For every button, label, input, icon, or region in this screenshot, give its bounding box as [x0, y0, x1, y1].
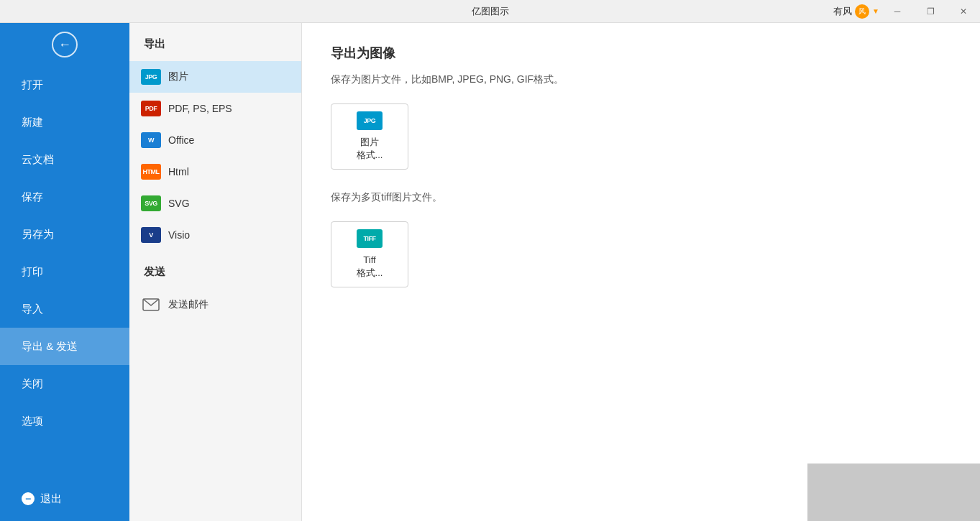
user-avatar: 风: [855, 4, 869, 19]
send-section-header: 发送: [129, 251, 301, 289]
send-item-email[interactable]: 发送邮件: [129, 289, 301, 321]
bottom-gray-area: [807, 464, 980, 521]
export-section-header: 导出: [129, 37, 301, 61]
middle-panel: 导出 JPG 图片 PDF PDF, PS, EPS W Office HTML…: [129, 23, 302, 521]
pdf-icon: PDF: [141, 101, 161, 116]
sidebar-item-new[interactable]: 新建: [0, 103, 129, 141]
tiff-cards: TIFF Tiff 格式...: [331, 221, 951, 287]
sidebar-item-export[interactable]: 导出 & 发送: [0, 328, 129, 365]
card-tiff-icon: TIFF: [357, 229, 383, 248]
menu-item-pdf[interactable]: PDF PDF, PS, EPS: [129, 93, 301, 124]
user-name: 有风: [833, 5, 852, 18]
window-controls: ─ ❐ ✕: [881, 0, 980, 22]
card-jpg-label: 图片 格式...: [357, 136, 383, 162]
sidebar-item-save[interactable]: 保存: [0, 178, 129, 216]
back-icon: ←: [52, 32, 78, 57]
sidebar-item-import[interactable]: 导入: [0, 290, 129, 328]
titlebar: 亿图图示 有风 风 ▼ ─ ❐ ✕: [0, 0, 980, 23]
card-jpg-icon: JPG: [357, 111, 383, 130]
menu-item-image[interactable]: JPG 图片: [129, 61, 301, 93]
menu-item-html[interactable]: HTML Html: [129, 156, 301, 188]
sidebar-item-options[interactable]: 选项: [0, 402, 129, 440]
image-format-card[interactable]: JPG 图片 格式...: [331, 103, 408, 170]
sidebar-item-exit[interactable]: 退出: [0, 484, 129, 521]
sidebar: ← 打开 新建 云文档 保存 另存为 打印 导入 导出 & 发送 关闭: [0, 23, 129, 521]
app-title: 亿图图示: [472, 5, 509, 18]
svg-icon: SVG: [141, 195, 161, 211]
restore-button[interactable]: ❐: [914, 0, 947, 23]
sidebar-item-close[interactable]: 关闭: [0, 365, 129, 402]
email-icon: [141, 297, 161, 313]
menu-item-svg[interactable]: SVG SVG: [129, 188, 301, 219]
sidebar-item-save-as[interactable]: 另存为: [0, 216, 129, 253]
tiff-desc: 保存为多页tiff图片文件。: [331, 191, 951, 204]
image-desc: 保存为图片文件，比如BMP, JPEG, PNG, GIF格式。: [331, 73, 951, 86]
minimize-button[interactable]: ─: [881, 0, 914, 23]
menu-item-office[interactable]: W Office: [129, 124, 301, 156]
content-panel: 导出为图像 保存为图片文件，比如BMP, JPEG, PNG, GIF格式。 J…: [302, 23, 980, 521]
close-button[interactable]: ✕: [947, 0, 980, 23]
jpg-icon: JPG: [141, 69, 161, 85]
office-icon: W: [141, 132, 161, 148]
dropdown-icon[interactable]: ▼: [872, 7, 879, 15]
exit-icon: [22, 492, 35, 505]
sidebar-item-print[interactable]: 打印: [0, 253, 129, 290]
sidebar-item-open[interactable]: 打开: [0, 66, 129, 103]
main-layout: ← 打开 新建 云文档 保存 另存为 打印 导入 导出 & 发送 关闭: [0, 23, 980, 521]
image-cards: JPG 图片 格式...: [331, 103, 951, 170]
visio-icon: V: [141, 227, 161, 243]
user-info: 有风 风 ▼: [833, 4, 879, 19]
sidebar-item-cloud[interactable]: 云文档: [0, 141, 129, 178]
tiff-format-card[interactable]: TIFF Tiff 格式...: [331, 221, 408, 287]
card-tiff-label: Tiff 格式...: [357, 254, 383, 280]
html-icon: HTML: [141, 164, 161, 180]
menu-item-visio[interactable]: V Visio: [129, 219, 301, 251]
content-title: 导出为图像: [331, 45, 951, 62]
back-button[interactable]: ←: [0, 23, 129, 66]
